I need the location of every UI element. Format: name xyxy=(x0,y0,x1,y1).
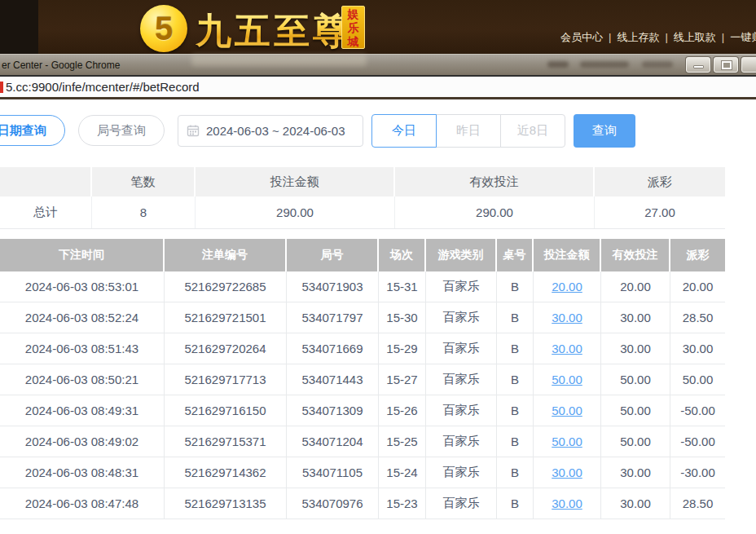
order-number-cell: 521629714362 xyxy=(165,457,287,488)
round-number-cell: 534071309 xyxy=(287,395,379,426)
order-number-cell: 521629721501 xyxy=(165,302,287,333)
maximize-button[interactable] xyxy=(714,57,738,73)
session-cell: 15-23 xyxy=(379,488,426,519)
round-number-cell: 534071105 xyxy=(287,457,379,488)
header-order-number: 注单编号 xyxy=(165,239,287,271)
round-number-cell: 534071797 xyxy=(287,302,379,333)
header-game-type: 游戏类别 xyxy=(426,239,497,271)
order-number-cell: 521629716150 xyxy=(165,395,287,426)
game-type-cell: 百家乐 xyxy=(426,457,497,488)
today-button[interactable]: 今日 xyxy=(371,114,437,148)
round-number-cell: 534071669 xyxy=(287,333,379,364)
last-8-days-button[interactable]: 近8日 xyxy=(500,114,565,148)
payout-cell: 50.00 xyxy=(670,364,725,395)
site-banner: 5 九五至尊 娱乐城 会员中心|线上存款|线上取款|一键归户 xyxy=(0,0,756,54)
bet-amount-link[interactable]: 50.00 xyxy=(552,404,582,417)
summary-header-payout: 派彩 xyxy=(595,167,725,196)
summary-total-label: 总计 xyxy=(0,196,92,228)
header-payout: 派彩 xyxy=(670,239,725,271)
window-title: er Center - Google Chrome xyxy=(2,60,120,71)
bet-amount-link[interactable]: 30.00 xyxy=(552,466,582,479)
window-titlebar[interactable]: er Center - Google Chrome xyxy=(0,54,756,75)
table-row: 2024-06-03 08:50:21 521629717713 5340714… xyxy=(0,364,725,395)
bet-amount-link[interactable]: 30.00 xyxy=(552,311,582,324)
bet-record-table: 下注时间 注单编号 局号 场次 游戏类别 桌号 投注金额 有效投注 派彩 202… xyxy=(0,239,725,519)
bet-time-cell: 2024-06-03 08:50:21 xyxy=(0,364,165,395)
summary-header-valid-bet: 有效投注 xyxy=(395,167,595,196)
nav-one-key-transfer[interactable]: 一键归户 xyxy=(730,31,756,43)
session-cell: 15-29 xyxy=(379,333,426,364)
bet-time-cell: 2024-06-03 08:53:01 xyxy=(0,271,165,302)
round-number-cell: 534071903 xyxy=(287,271,379,302)
payout-cell: 28.50 xyxy=(670,302,725,333)
address-bar[interactable]: 5.cc:9900/infe/mcenter/#/betRecord xyxy=(0,75,756,99)
header-bet-amount: 投注金额 xyxy=(534,239,601,271)
payout-cell: -30.00 xyxy=(670,457,725,488)
valid-bet-cell: 30.00 xyxy=(601,333,670,364)
bet-time-cell: 2024-06-03 08:49:02 xyxy=(0,426,165,457)
glass-artifact xyxy=(191,55,367,66)
game-type-cell: 百家乐 xyxy=(426,271,497,302)
session-cell: 15-31 xyxy=(379,271,426,302)
bet-amount-link[interactable]: 50.00 xyxy=(552,373,582,386)
bet-amount-link[interactable]: 50.00 xyxy=(552,435,582,448)
table-row: 2024-06-03 08:49:31 521629716150 5340713… xyxy=(0,395,725,426)
order-number-cell: 521629722685 xyxy=(165,271,287,302)
table-row: 2024-06-03 08:48:31 521629714362 5340711… xyxy=(0,457,725,488)
date-range-value: 2024-06-03 ~ 2024-06-03 xyxy=(206,124,345,138)
yesterday-button[interactable]: 昨日 xyxy=(436,114,501,148)
app-window: 5 九五至尊 娱乐城 会员中心|线上存款|线上取款|一键归户 er Center… xyxy=(0,0,756,534)
bet-table-body: 2024-06-03 08:53:01 521629722685 5340719… xyxy=(0,271,725,519)
glass-artifact xyxy=(547,61,569,68)
date-range-input[interactable]: 2024-06-03 ~ 2024-06-03 xyxy=(178,115,363,147)
tab-round-query[interactable]: 局号查询 xyxy=(78,115,165,146)
brand-logo-icon: 5 xyxy=(140,5,187,52)
round-number-cell: 534070976 xyxy=(287,488,379,519)
minimize-button[interactable] xyxy=(686,57,710,73)
nav-member-center[interactable]: 会员中心 xyxy=(560,31,603,43)
header-bet-time: 下注时间 xyxy=(0,239,165,271)
close-button[interactable] xyxy=(741,57,756,73)
calendar-icon xyxy=(187,124,200,137)
header-round-number: 局号 xyxy=(287,239,379,271)
minimize-icon xyxy=(693,65,704,68)
summary-total-valid-bet: 290.00 xyxy=(395,196,595,228)
search-button[interactable]: 查询 xyxy=(574,114,635,148)
table-number-cell: B xyxy=(497,271,534,302)
table-number-cell: B xyxy=(497,333,534,364)
game-type-cell: 百家乐 xyxy=(426,364,497,395)
order-number-cell: 521629715371 xyxy=(165,426,287,457)
filter-bar: 日期查询 局号查询 2024-06-03 ~ 2024-06-03 今日 昨日 … xyxy=(0,113,756,148)
summary-header-row: 笔数 投注金额 有效投注 派彩 xyxy=(0,167,725,196)
order-number-cell: 521629713135 xyxy=(165,488,287,519)
brand-title: 九五至尊 xyxy=(196,7,352,55)
glass-artifact xyxy=(642,61,673,68)
favicon-sliver xyxy=(0,82,3,93)
session-cell: 15-26 xyxy=(379,395,426,426)
summary-header-count: 笔数 xyxy=(92,167,196,196)
game-type-cell: 百家乐 xyxy=(426,426,497,457)
bet-table-header-row: 下注时间 注单编号 局号 场次 游戏类别 桌号 投注金额 有效投注 派彩 xyxy=(0,239,725,271)
round-number-cell: 534071443 xyxy=(287,364,379,395)
nav-online-withdraw[interactable]: 线上取款 xyxy=(674,31,716,43)
nav-online-deposit[interactable]: 线上存款 xyxy=(617,31,659,43)
bet-amount-link[interactable]: 20.00 xyxy=(552,280,582,293)
table-row: 2024-06-03 08:51:43 521629720264 5340716… xyxy=(0,333,725,364)
valid-bet-cell: 50.00 xyxy=(601,426,670,457)
table-number-cell: B xyxy=(497,426,534,457)
bet-amount-link[interactable]: 30.00 xyxy=(552,496,582,510)
table-row: 2024-06-03 08:47:48 521629713135 5340709… xyxy=(0,488,725,519)
game-type-cell: 百家乐 xyxy=(426,488,497,519)
brand-badge: 娱乐城 xyxy=(341,6,365,49)
valid-bet-cell: 30.00 xyxy=(601,457,670,488)
game-type-cell: 百家乐 xyxy=(426,395,497,426)
maximize-icon xyxy=(722,61,732,69)
summary-total-count: 8 xyxy=(92,196,196,228)
session-cell: 15-27 xyxy=(379,364,426,395)
payout-cell: 28.50 xyxy=(670,488,725,519)
url-text: 5.cc:9900/infe/mcenter/#/betRecord xyxy=(6,80,200,94)
nav-separator: | xyxy=(659,31,673,43)
tab-date-query[interactable]: 日期查询 xyxy=(0,115,65,146)
payout-cell: 20.00 xyxy=(670,271,725,302)
bet-amount-link[interactable]: 30.00 xyxy=(552,342,582,355)
